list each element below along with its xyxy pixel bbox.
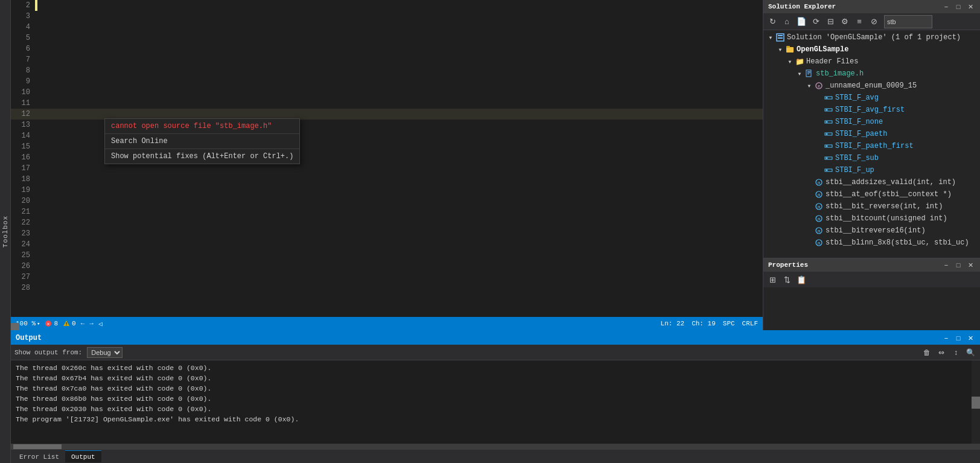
line-content[interactable]: ⊟#include the necessary headers <box>37 0 763 11</box>
tab-error-list[interactable]: Error List <box>13 450 65 462</box>
line-content[interactable]: |#include <GLFW/glfw3.h> // Include GLFW… <box>37 22 763 33</box>
line-number: 19 <box>11 185 35 196</box>
tree-item-solution[interactable]: ▼ Solution 'OpenGLSample' (1 of 1 projec… <box>763 31 980 43</box>
tree-item-stbi-f-avg[interactable]: STBI_F_avg <box>763 92 980 104</box>
nav-back-button[interactable]: ← <box>81 320 85 327</box>
tree-item-header-files-folder[interactable]: ▼ 📁 Header Files <box>763 56 980 68</box>
sort-button[interactable]: ⇅ <box>780 273 794 286</box>
svg-text:m: m <box>818 241 820 246</box>
sync-button[interactable]: ↻ <box>766 15 779 28</box>
solution-label: Solution 'OpenGLSample' (1 of 1 project) <box>787 33 961 42</box>
line-content[interactable]: uniform mat4 projection; <box>37 239 763 250</box>
tree-item-method-bitreverse16[interactable]: m stbi__bitreverse16(int) <box>763 225 980 237</box>
pin-output-button[interactable]: − <box>941 333 951 343</box>
tree-item-unnamed-enum[interactable]: ▼ e _unnamed_enum_0009_15 <box>763 80 980 92</box>
new-file-button[interactable]: 📄 <box>795 15 808 28</box>
svg-rect-10 <box>807 71 810 72</box>
line-content[interactable]: uniform mat4 model; <box>37 217 763 228</box>
arrow-icon: ▼ <box>785 57 795 66</box>
line-content[interactable]: out vec2 TexCoord; <box>37 196 763 206</box>
tree-item-method-blinn[interactable]: m stbi__blinn_8x8(stbi_uc, stbi_uc) <box>763 237 980 249</box>
line-content[interactable] <box>37 33 763 43</box>
line-content[interactable]: |#include <glm/glm.hpp> <box>37 54 763 65</box>
code-editor[interactable]: 2 ⊟#include the necessary headers 3 |#in… <box>11 0 763 330</box>
tree-item-stbi-f-sub[interactable]: STBI_F_sub <box>763 152 980 164</box>
line-content[interactable] <box>37 185 763 196</box>
line-content[interactable]: #define STB_IMAGE_IMPLEMENTATION <box>37 98 763 109</box>
output-scrollbar[interactable] <box>972 360 980 444</box>
arrow-icon: ▼ <box>795 69 804 78</box>
maximize-button[interactable]: □ <box>953 260 963 270</box>
line-content[interactable]: gl_Position = projection * view * model … <box>37 283 763 293</box>
tree-item-method-bit-reverse[interactable]: m stbi__bit_reverse(int, int) <box>763 200 980 212</box>
tree-item-stbi-f-up[interactable]: STBI_F_up <box>763 164 980 176</box>
filter-button[interactable]: ⊘ <box>867 15 880 28</box>
close-button[interactable]: ✕ <box>966 2 975 11</box>
nav-bookmark[interactable]: ◁ <box>98 320 103 328</box>
line-content[interactable] <box>37 250 763 261</box>
line-content[interactable]: layo <box>37 163 763 174</box>
collapse-all-button[interactable]: ⊟ <box>824 15 837 28</box>
tree-item-stbi-f-paeth-first[interactable]: STBI_F_paeth_first <box>763 140 980 152</box>
home-button[interactable]: ⌂ <box>780 15 794 28</box>
tree-item-stbi-f-none[interactable]: STBI_F_none <box>763 116 980 128</box>
grid-view-button[interactable]: ⊞ <box>766 273 779 286</box>
line-content[interactable] <box>37 206 763 217</box>
tree-item-stbi-f-avg-first[interactable]: STBI_F_avg_first <box>763 104 980 116</box>
close-output-button[interactable]: ✕ <box>966 333 975 343</box>
space-indicator: SPC <box>723 320 735 327</box>
tab-output[interactable]: Output <box>65 450 101 462</box>
search-online-button[interactable]: Search Online <box>105 134 299 148</box>
nav-forward-button[interactable]: → <box>89 320 94 327</box>
line-content[interactable]: |#include <GL/glew.h> // Include GLEW to… <box>37 11 763 22</box>
zoom-control[interactable]: 100 % ▾ <box>16 320 40 327</box>
main-content: 2 ⊟#include the necessary headers 3 |#in… <box>11 0 980 463</box>
project-label: OpenGLSample <box>797 45 848 54</box>
output-source-select[interactable]: Debug <box>87 347 122 358</box>
arrow-icon: ▼ <box>766 33 775 42</box>
line-number: 15 <box>11 141 35 152</box>
field-label: STBI_F_avg_first <box>835 106 905 114</box>
show-all-files-button[interactable]: ≡ <box>853 15 866 28</box>
tree-item-method-addsizes[interactable]: m stbi__addsizes_valid(int, int) <box>763 176 980 188</box>
tree-item-project[interactable]: ▼ OpenGLSample <box>763 43 980 56</box>
tree-item-method-at-eof[interactable]: m stbi__at_eof(stbi__context *) <box>763 188 980 200</box>
tree-item-method-bitcount[interactable]: m stbi__bitcount(unsigned int) <box>763 212 980 225</box>
pin-button[interactable]: − <box>941 2 951 11</box>
pin-button[interactable]: − <box>941 260 951 270</box>
maximize-button[interactable]: □ <box>953 2 963 11</box>
method-icon: m <box>814 202 824 211</box>
tree-item-stbi-f-paeth[interactable]: STBI_F_paeth <box>763 128 980 140</box>
line-content[interactable]: { <box>37 272 763 283</box>
solution-search-input[interactable] <box>884 15 932 28</box>
line-content[interactable] <box>37 76 763 87</box>
line-content[interactable]: // Include stb_image for texture loading <box>37 87 763 98</box>
field-label: STBI_F_paeth_first <box>835 142 914 150</box>
toolbox-panel[interactable]: Toolbox <box>0 0 11 463</box>
line-content[interactable]: uniform mat4 view; <box>37 228 763 239</box>
tree-item-stb-image[interactable]: ▼ stb_image.h <box>763 68 980 80</box>
error-count[interactable]: ✕ 8 <box>45 320 58 327</box>
char-number-status: Ch: 19 <box>692 320 716 327</box>
word-wrap-button[interactable]: ⇔ <box>935 346 947 359</box>
close-button[interactable]: ✕ <box>966 260 975 270</box>
line-content[interactable]: |#include <glm/gtc/matrix_transform.hpp> <box>37 65 763 76</box>
clear-output-button[interactable]: 🗑 <box>921 346 933 359</box>
warning-count[interactable]: ! 0 <box>63 320 76 327</box>
properties-button[interactable]: ⚙ <box>838 15 851 28</box>
enum-icon: e <box>814 81 824 91</box>
svg-point-28 <box>826 170 828 171</box>
line-content[interactable]: void main() <box>37 261 763 272</box>
zoom-dropdown-icon[interactable]: ▾ <box>37 321 40 327</box>
line-content[interactable]: layout (location = 1) in vec2 aTexCoord; <box>37 174 763 185</box>
table-row: 2 ⊟#include the necessary headers <box>11 0 763 11</box>
refresh-button[interactable]: ⟳ <box>809 15 822 28</box>
toggle-output-button[interactable]: ↕ <box>950 346 962 359</box>
line-number: 8 <box>11 65 35 76</box>
property-pages-button[interactable]: 📋 <box>795 273 808 286</box>
float-output-button[interactable]: □ <box>953 333 963 343</box>
find-button[interactable]: 🔍 <box>964 346 976 359</box>
output-hscrollbar[interactable] <box>11 444 980 450</box>
show-fixes-button[interactable]: Show potential fixes (Alt+Enter or Ctrl+… <box>105 149 299 164</box>
line-content[interactable]: ⊟// Include GLM for transformations <box>37 43 763 54</box>
